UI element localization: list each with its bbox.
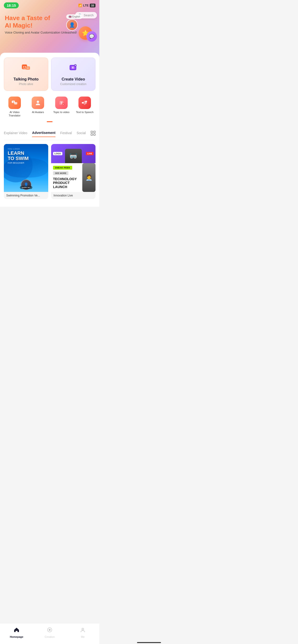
- svg-rect-22: [94, 131, 95, 133]
- tech-vr-guy: 🥽: [65, 149, 82, 163]
- lte-label: LTE: [83, 4, 89, 7]
- svg-rect-18: [82, 102, 84, 104]
- create-video-icon: [68, 62, 79, 75]
- create-video-title: Create Video: [62, 77, 85, 82]
- signal-bars: 📶: [78, 4, 82, 7]
- feature-tiles: Talking Photo Photo alive Create Video C…: [4, 58, 95, 91]
- ai-avatars-icon: [32, 96, 44, 109]
- scroll-indicator: [4, 121, 95, 122]
- main-card: Talking Photo Photo alive Create Video C…: [0, 53, 99, 127]
- svg-text:T: T: [60, 101, 62, 105]
- swim-subtitle: FOR BEGGINER: [8, 162, 44, 164]
- see-more-badge: SEE MORE: [53, 171, 68, 175]
- tab-festival[interactable]: Festival: [60, 131, 72, 137]
- tools-row: AI Video Translator AI Avatars T Topi: [4, 95, 95, 119]
- svg-point-5: [28, 68, 29, 68]
- talking-photo-title: Talking Photo: [14, 77, 39, 82]
- swim-thumb: YOU LOGO LEARN TO SWIM FOR BEGGINER 👤 SI…: [4, 144, 48, 192]
- innovation-label: Innovation Live: [51, 192, 95, 199]
- status-right: 📶 LTE 33: [78, 4, 95, 8]
- tech-top: LOGO 07.18 LIVE 🥽: [51, 144, 95, 163]
- tool-ai-video-translator[interactable]: AI Video Translator: [4, 95, 26, 119]
- hero-chat-float: 💬: [86, 31, 97, 42]
- hero-bubble-float: 🇬🇧 English: [66, 14, 83, 19]
- tool-topic-to-video[interactable]: T Topic to video: [51, 95, 72, 119]
- hero-floaters: 🔍 Search 👤 ⭐ 💬 🇬🇧 English: [49, 12, 97, 55]
- tech-person: 🧑‍💼: [82, 163, 95, 192]
- status-time: 18:15: [4, 2, 19, 8]
- tech-thumb: LOGO 07.18 LIVE 🥽 SNEAK PEEK SEE MORE TE…: [51, 144, 95, 192]
- svg-rect-21: [91, 131, 93, 133]
- swim-title1: LEARN: [8, 150, 44, 156]
- swim-label: Swimming Promotion Ve...: [4, 192, 48, 199]
- svg-rect-20: [86, 102, 86, 103]
- svg-rect-3: [26, 66, 30, 70]
- swim-title2: TO SWIM: [8, 156, 44, 161]
- svg-point-19: [85, 100, 87, 102]
- svg-point-4: [27, 68, 28, 68]
- svg-rect-13: [14, 102, 17, 104]
- content-section: Explainer Video Advertisement Festival S…: [0, 127, 99, 207]
- ai-video-translator-label: AI Video Translator: [5, 110, 25, 118]
- svg-point-14: [37, 100, 39, 103]
- talking-photo-tile[interactable]: Talking Photo Photo alive: [4, 58, 48, 91]
- tab-advertisement[interactable]: Advertisement: [32, 131, 55, 137]
- svg-rect-23: [91, 134, 93, 135]
- talking-photo-subtitle: Photo alive: [19, 82, 33, 86]
- ai-video-translator-icon: [9, 96, 21, 109]
- category-tabs: Explainer Video Advertisement Festival S…: [4, 131, 95, 140]
- tool-ai-avatars[interactable]: AI Avatars: [27, 95, 49, 119]
- text-to-speech-icon: [78, 96, 91, 109]
- ai-avatars-label: AI Avatars: [32, 110, 44, 114]
- topic-to-video-label: Topic to video: [53, 110, 69, 114]
- video-card-innovation[interactable]: LOGO 07.18 LIVE 🥽 SNEAK PEEK SEE MORE TE…: [51, 144, 95, 199]
- svg-point-1: [23, 66, 24, 67]
- tech-live-badge: LIVE: [86, 152, 94, 155]
- scroll-dot: [47, 121, 53, 122]
- video-grid: YOU LOGO LEARN TO SWIM FOR BEGGINER 👤 SI…: [4, 140, 95, 203]
- swim-logo-text: YOU LOGO: [8, 148, 44, 150]
- tool-text-to-speech[interactable]: Text to Speech: [74, 95, 96, 119]
- video-card-swimming[interactable]: YOU LOGO LEARN TO SWIM FOR BEGGINER 👤 SI…: [4, 144, 48, 199]
- svg-rect-24: [94, 134, 95, 135]
- battery-icon: 33: [90, 4, 95, 8]
- topic-to-video-icon: T: [55, 96, 68, 109]
- tech-bottom: SNEAK PEEK SEE MORE TECHNOLOGY PRODUCT L…: [51, 163, 95, 192]
- hero-avatar-float: 👤: [66, 19, 78, 31]
- text-to-speech-label: Text to Speech: [76, 110, 94, 114]
- create-video-subtitle: Customized creation: [60, 82, 86, 86]
- swim-cta: SIGN UP: [20, 186, 32, 189]
- status-bar: 18:15 📶 LTE 33: [0, 0, 99, 10]
- tab-explainer-video[interactable]: Explainer Video: [4, 131, 27, 137]
- tab-social[interactable]: Social: [77, 131, 86, 137]
- tech-logo-badge: LOGO: [53, 152, 62, 155]
- talking-photo-icon: [21, 62, 32, 75]
- grid-view-icon[interactable]: [91, 131, 95, 137]
- create-video-tile[interactable]: Create Video Customized creation: [51, 58, 95, 91]
- sneak-peek-badge: SNEAK PEEK: [53, 166, 72, 170]
